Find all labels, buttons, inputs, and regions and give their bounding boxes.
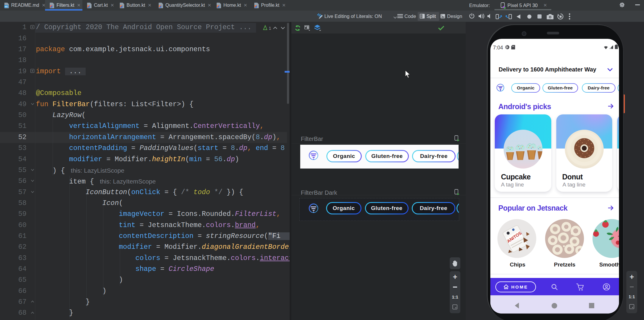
- svg-text:MD: MD: [5, 5, 8, 7]
- svg-text:1: 1: [269, 26, 271, 31]
